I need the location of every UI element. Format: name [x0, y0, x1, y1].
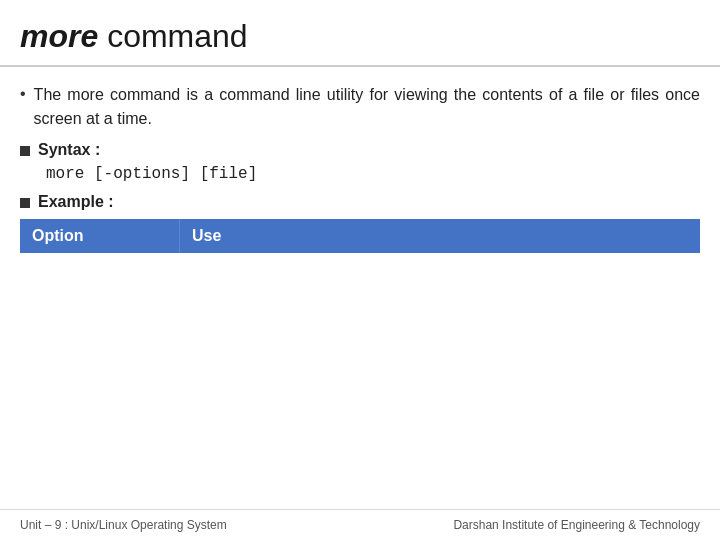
bullet-dot-icon: •: [20, 85, 26, 103]
table-header-use: Use: [180, 219, 700, 253]
syntax-code: more [-options] [file]: [46, 165, 700, 183]
description-bullet-item: • The more command is a command line uti…: [20, 83, 700, 131]
description-text: The more command is a command line utili…: [34, 83, 700, 131]
footer-unit-label: Unit – 9 : Unix/Linux Operating System: [20, 518, 227, 532]
table-header-row: Option Use: [20, 219, 700, 253]
slide-footer: Unit – 9 : Unix/Linux Operating System D…: [0, 509, 720, 540]
syntax-label: Syntax :: [38, 141, 100, 159]
table-header-option: Option: [20, 219, 180, 253]
title-bold-part: more: [20, 18, 98, 54]
slide-header: more command: [0, 0, 720, 67]
example-square-icon: [20, 198, 30, 208]
footer-institute-label: Darshan Institute of Engineering & Techn…: [453, 518, 700, 532]
title-rest-part: command: [98, 18, 247, 54]
syntax-section-item: Syntax :: [20, 141, 700, 159]
main-content: • The more command is a command line uti…: [0, 67, 720, 540]
slide-container: more command • The more command is a com…: [0, 0, 720, 540]
page-title: more command: [20, 18, 700, 55]
example-section-item: Example :: [20, 193, 700, 211]
example-label: Example :: [38, 193, 114, 211]
options-table: Option Use: [20, 219, 700, 253]
syntax-square-icon: [20, 146, 30, 156]
